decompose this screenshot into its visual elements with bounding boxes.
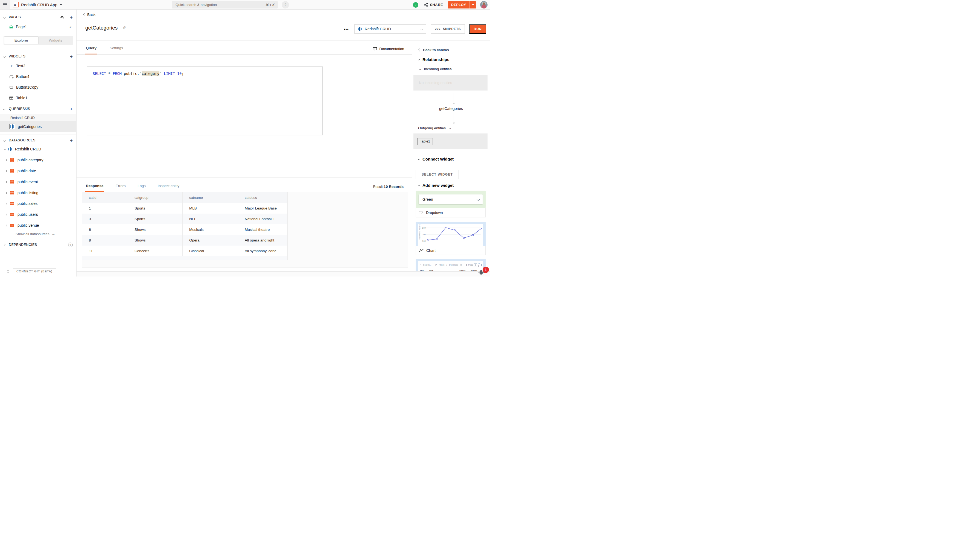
mini-col: step	[420, 269, 429, 271]
sidebar-item-public-venue[interactable]: public.venue	[0, 222, 76, 229]
tab-query[interactable]: Query	[85, 46, 97, 54]
chevron-right-icon	[5, 214, 7, 215]
sidebar-item-page1[interactable]: Page1 ✓	[0, 23, 76, 30]
chart-tick: 20K	[422, 233, 426, 236]
sidebar-item-public-date[interactable]: public.date	[0, 167, 76, 174]
db-table-icon	[10, 213, 14, 216]
relationship-connector-arrow	[453, 93, 454, 104]
tab-errors[interactable]: Errors	[115, 184, 126, 192]
add-new-widget-section-header[interactable]: Add new widget	[418, 183, 453, 188]
datasources-section-header[interactable]: DATASOURCES +	[0, 137, 76, 144]
datasources-label: DATASOURCES	[9, 139, 35, 142]
quick-search-input[interactable]: Quick search & navigation ⌘ + K	[172, 1, 278, 8]
outgoing-entities-label: Outgoing entities	[418, 126, 446, 130]
cell: Classical	[183, 245, 238, 256]
datasource-selector[interactable]: Redshift CRUD	[355, 24, 426, 33]
sidebar-item-table1[interactable]: Table1	[0, 94, 76, 102]
add-datasource-icon[interactable]: +	[70, 138, 73, 143]
user-avatar[interactable]	[480, 1, 488, 8]
relationship-connector-arrow	[453, 113, 454, 124]
db-table-label: public.sales	[18, 201, 37, 206]
app-title-caret-icon[interactable]	[60, 4, 62, 5]
page-prev-icon: ❮	[466, 264, 467, 266]
sidebar-item-public-listing[interactable]: public.listing	[0, 189, 76, 196]
back-to-canvas-link[interactable]: Back to canvas	[418, 48, 449, 52]
back-link[interactable]: Back	[83, 13, 95, 17]
sql-editor[interactable]: SELECT * FROM public."category" LIMIT 10…	[87, 67, 323, 135]
sidebar-item-public-category[interactable]: public.category	[0, 156, 76, 164]
chevron-right-icon	[5, 170, 7, 172]
sidebar-item-public-event[interactable]: public.event	[0, 178, 76, 185]
widget-option-chart[interactable]: Chart	[415, 246, 485, 255]
chevron-down-icon	[3, 107, 6, 110]
table-widget-preview-card[interactable]: ⌕ Search... ⇄ Filters ⤓ Download ≣ ❮ Pag…	[415, 259, 485, 271]
widgets-section-header[interactable]: WIDGETS +	[0, 53, 76, 60]
arrow-right-icon: →	[448, 126, 452, 130]
app-title[interactable]: Redshift CRUD App	[21, 2, 57, 7]
select-widget-button[interactable]: SELECT WIDGET	[415, 170, 459, 179]
relationships-section-header[interactable]: Relationships	[418, 57, 449, 62]
chevron-down-icon	[418, 158, 420, 160]
pages-section-header[interactable]: PAGES +	[0, 14, 76, 21]
tab-settings[interactable]: Settings	[109, 46, 124, 54]
table-row[interactable]: 8 Shows Opera All opera and light	[82, 235, 288, 245]
run-button[interactable]: RUN	[469, 24, 486, 33]
cell: 3	[82, 214, 128, 224]
connect-git-button[interactable]: CONNECT GIT (BETA)	[13, 268, 56, 274]
gear-icon[interactable]	[60, 15, 64, 19]
table-row[interactable]: 3 Sports NFL National Football L	[82, 214, 288, 224]
chevron-down-icon	[3, 55, 6, 58]
binding-select[interactable]: Green	[418, 194, 483, 204]
sidebar-item-text2[interactable]: T Text2	[0, 62, 76, 70]
widget-option-dropdown[interactable]: Dropdown	[415, 208, 485, 217]
column-header[interactable]: catid	[82, 192, 128, 202]
db-table-icon	[10, 158, 14, 162]
debug-button[interactable]: 1	[478, 270, 484, 276]
chart-preview-card[interactable]: Total Order Revenue 30K 20K 10K	[415, 222, 485, 246]
deploy-options-chevron-icon[interactable]	[469, 2, 476, 8]
app-logo-icon[interactable]: a_	[13, 2, 19, 7]
documentation-link[interactable]: Documentation	[373, 47, 404, 54]
sidebar-item-button1copy[interactable]: Button1Copy	[0, 84, 76, 91]
table-row[interactable]: 1 Sports MLB Major League Base	[82, 203, 288, 214]
show-all-datasources-link[interactable]: Show all datasources →	[16, 232, 55, 236]
dependencies-section-header[interactable]: DEPENDENCIES ?	[0, 241, 76, 248]
sidebar-item-redshift-crud-datasource[interactable]: Redshift CRUD	[0, 145, 76, 153]
column-header[interactable]: catname	[183, 192, 238, 202]
snippets-button[interactable]: </> SNIPPETS	[431, 24, 465, 33]
add-widget-icon[interactable]: +	[70, 54, 73, 59]
row-height-icon: ≣	[460, 264, 462, 266]
db-table-label: public.date	[18, 169, 36, 173]
add-query-icon[interactable]: +	[70, 107, 73, 111]
add-page-icon[interactable]: +	[70, 15, 73, 20]
edit-name-pencil-icon[interactable]: ✎	[123, 25, 126, 30]
table-row[interactable]: 11 Concerts Classical All symphony, conc	[82, 245, 288, 256]
sidebar-item-public-sales[interactable]: public.sales	[0, 200, 76, 207]
sidebar-item-getcategories[interactable]: getCategories	[0, 121, 76, 132]
datasource-name: Redshift CRUD	[15, 147, 41, 151]
connect-widget-section-header[interactable]: Connect Widget	[418, 157, 453, 161]
sidebar-item-button4[interactable]: Button4	[0, 73, 76, 80]
query-group-redshift-crud[interactable]: Redshift CRUD	[0, 114, 76, 121]
more-actions-icon[interactable]: •••	[343, 27, 350, 32]
hamburger-menu-icon[interactable]	[0, 0, 10, 9]
tab-widgets[interactable]: Widgets	[38, 37, 72, 44]
tab-explorer[interactable]: Explorer	[4, 37, 38, 44]
tab-response[interactable]: Response	[85, 184, 104, 192]
column-header[interactable]: catgroup	[128, 192, 183, 202]
share-button[interactable]: SHARE	[424, 3, 443, 7]
column-header[interactable]: catdesc	[238, 192, 288, 202]
tab-logs[interactable]: Logs	[137, 184, 146, 192]
queries-section-header[interactable]: QUERIES/JS +	[0, 105, 76, 112]
db-table-label: public.users	[18, 212, 38, 217]
cell: Sports	[128, 203, 183, 214]
help-icon[interactable]: ?	[282, 1, 289, 8]
mini-line-chart: Total Order Revenue 30K 20K 10K	[418, 224, 483, 246]
dependencies-help-icon[interactable]: ?	[68, 242, 73, 247]
chart-tick: 30K	[422, 227, 426, 229]
tab-inspect-entity[interactable]: Inspect entity	[157, 184, 180, 192]
table-row[interactable]: 6 Shows Musicals Musical theatre	[82, 224, 288, 235]
deploy-button[interactable]: DEPLOY	[448, 2, 476, 8]
sidebar-item-public-users[interactable]: public.users	[0, 211, 76, 218]
outgoing-entity-chip-table1[interactable]: Table1	[417, 138, 433, 145]
